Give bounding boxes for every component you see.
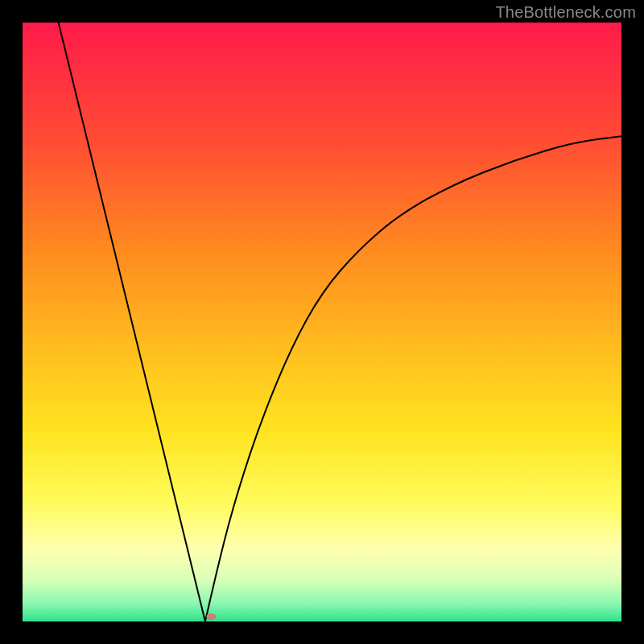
chart-plot-area	[23, 23, 621, 621]
chart-frame: TheBottleneck.com	[0, 0, 644, 644]
watermark-text: TheBottleneck.com	[495, 3, 636, 22]
chart-background-gradient	[23, 23, 621, 621]
chart-svg	[23, 23, 621, 621]
minimum-marker	[206, 613, 216, 620]
